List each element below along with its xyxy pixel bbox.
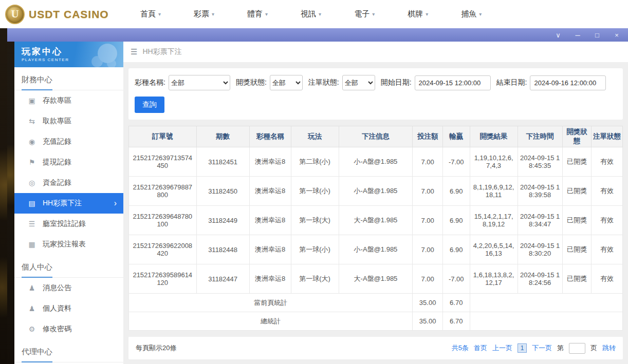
- chevron-down-icon: ▾: [265, 11, 268, 17]
- filter-select-bet-status[interactable]: 全部: [342, 75, 375, 90]
- sidebar: 玩家中心 PLAYERS CENTER 財務中心▣存款專區⇆取款專區◉充值記錄⚑…: [14, 42, 123, 364]
- nav-item[interactable]: 棋牌▾: [408, 9, 428, 19]
- table-cell: 澳洲幸运8: [249, 147, 291, 177]
- table-row: 215217263962200842031182448澳洲幸运8第一球(小)小-…: [129, 235, 623, 264]
- column-header: 開獎結果: [470, 126, 518, 147]
- current-page[interactable]: 1: [518, 343, 527, 353]
- column-header: 訂單號: [129, 126, 197, 147]
- next-page-link[interactable]: 下一页: [532, 343, 552, 353]
- table-cell: -7.00: [442, 147, 470, 177]
- sidebar-item-recharge-records[interactable]: ◉充值記錄: [14, 131, 123, 152]
- table-row: 215217263971357445031182451澳洲幸运8第二球(小)小-…: [129, 147, 623, 177]
- filter-select-lottery-name[interactable]: 全部: [169, 75, 230, 90]
- nav-item[interactable]: 捕魚▾: [461, 9, 482, 19]
- menu-icon[interactable]: ☰: [131, 47, 137, 56]
- message-icon: ♟: [28, 284, 36, 292]
- main-content: ☰ HH彩票下注 彩種名稱:全部開獎狀態:全部注單狀態:全部開始日期:結束日期:…: [123, 42, 628, 364]
- table-cell: 澳洲幸运8: [249, 177, 291, 206]
- sidebar-item-label: 存款專區: [43, 96, 71, 105]
- first-page-link[interactable]: 首页: [474, 343, 487, 353]
- summary-empty: [470, 294, 622, 312]
- sidebar-item-label: 提現記錄: [43, 158, 71, 167]
- table-cell: 2024-09-15 18:34:47: [518, 206, 562, 235]
- table-cell: 31182447: [196, 264, 249, 294]
- window-titlebar: ∨─□×: [7, 28, 628, 42]
- table-cell: 31182449: [196, 206, 249, 235]
- sidebar-section-title: 個人中心: [14, 255, 123, 278]
- sidebar-item-player-bet-report[interactable]: ▦玩家投注報表: [14, 234, 123, 255]
- sidebar-section-title: 代理中心: [14, 339, 123, 362]
- table-cell: 8,1,19,6,9,12,18,11: [470, 177, 518, 206]
- sidebar-item-change-password[interactable]: ⚙修改密碼: [14, 319, 123, 339]
- summary-winloss-total: 6.70: [442, 294, 470, 312]
- sidebar-item-funds-records[interactable]: ◎資金記錄: [14, 173, 123, 193]
- sidebar-item-label: 廳室投註記錄: [43, 219, 86, 228]
- filter-input-start-date[interactable]: [415, 75, 491, 90]
- sidebar-item-hh-lottery-bets[interactable]: ▤HH彩票下注›: [14, 193, 123, 214]
- table-cell: 2024-09-15 18:30:20: [518, 235, 562, 264]
- table-footer: 每頁顯示20條 共5条 首页 上一页 1 下一页 第 页 跳转: [128, 337, 623, 359]
- sidebar-item-withdraw-area[interactable]: ⇆取款專區: [14, 111, 123, 131]
- sidebar-item-deposit-area[interactable]: ▣存款專區: [14, 90, 123, 111]
- table-cell: 4,2,20,6,5,14,16,13: [470, 235, 518, 264]
- window-body: 玩家中心 PLAYERS CENTER 財務中心▣存款專區⇆取款專區◉充值記錄⚑…: [7, 42, 628, 364]
- search-button[interactable]: 查詢: [135, 97, 164, 113]
- table-cell: 31182448: [196, 235, 249, 264]
- table-cell: 2152172639589614120: [129, 264, 197, 294]
- table-cell: 小-A盤@1.985: [339, 177, 413, 206]
- total-count: 共5条: [452, 343, 469, 353]
- sidebar-item-hall-bet-records[interactable]: ☰廳室投註記錄: [14, 214, 123, 234]
- sidebar-item-label: 玩家投注報表: [43, 240, 86, 249]
- summary-bet-total: 35.00: [413, 312, 443, 331]
- table-cell: 有效: [592, 177, 623, 206]
- table-row: 215217263958961412031182447澳洲幸运8第一球(大)大-…: [129, 264, 623, 294]
- table-cell: 已開獎: [562, 147, 592, 177]
- sidebar-subtitle: PLAYERS CENTER: [22, 58, 123, 62]
- window-maximize-icon[interactable]: □: [593, 32, 601, 39]
- table-cell: 6.90: [442, 177, 470, 206]
- goto-page-input[interactable]: [569, 343, 585, 354]
- chevron-down-icon: ▾: [319, 11, 321, 17]
- goto-prefix: 第: [557, 343, 564, 353]
- goto-button[interactable]: 跳转: [602, 343, 616, 353]
- window-rollup-icon[interactable]: ∨: [554, 32, 562, 39]
- table-cell: 第二球(小): [291, 147, 339, 177]
- nav-item[interactable]: 視訊▾: [301, 9, 321, 19]
- nav-item-label: 彩票: [194, 9, 209, 19]
- filter-select-draw-status[interactable]: 全部: [270, 75, 303, 90]
- goto-suffix: 页: [590, 343, 597, 353]
- window-minimize-icon[interactable]: ─: [574, 32, 582, 39]
- prev-page-link[interactable]: 上一页: [492, 343, 512, 353]
- column-header: 期數: [196, 126, 249, 147]
- sidebar-item-profile[interactable]: ♟個人資料: [14, 298, 123, 319]
- nav-item-label: 棋牌: [408, 9, 423, 19]
- filter-input-end-date[interactable]: [530, 75, 606, 90]
- summary-bet-total: 35.00: [413, 294, 443, 312]
- report-icon: ▦: [28, 240, 36, 248]
- page-header: ☰ HH彩票下注: [123, 42, 628, 62]
- nav-item[interactable]: 電子▾: [354, 9, 375, 19]
- column-header: 注單狀態: [592, 126, 623, 147]
- table-cell: 有效: [592, 206, 623, 235]
- table-cell: 澳洲幸运8: [249, 264, 291, 294]
- summary-label: 總統計: [129, 312, 413, 331]
- table-cell: 15,14,2,1,17,8,19,12: [470, 206, 518, 235]
- chevron-down-icon: ▾: [426, 11, 428, 17]
- sidebar-item-label: 個人資料: [43, 304, 71, 313]
- nav-item[interactable]: 體育▾: [247, 9, 268, 19]
- table-row: 215217263967988780031182450澳洲幸运8第一球(小)小-…: [129, 177, 623, 206]
- brand[interactable]: U USDT CASINO: [0, 5, 126, 24]
- sidebar-item-messages[interactable]: ♟消息公告: [14, 278, 123, 298]
- sidebar-item-cashout-records[interactable]: ⚑提現記錄: [14, 152, 123, 173]
- window-close-icon[interactable]: ×: [613, 32, 621, 39]
- table-cell: 第一球(大): [291, 206, 339, 235]
- column-header: 玩法: [291, 126, 339, 147]
- nav-item[interactable]: 彩票▾: [194, 9, 214, 19]
- sidebar-item-label: HH彩票下注: [43, 199, 82, 208]
- funds-icon: ◎: [28, 179, 36, 187]
- sidebar-section-title: 財務中心: [14, 67, 123, 90]
- nav-item[interactable]: 首頁▾: [140, 9, 161, 19]
- nav-item-label: 體育: [247, 9, 263, 19]
- table-cell: 7.00: [413, 147, 443, 177]
- sidebar-item-label: 修改密碼: [43, 324, 71, 334]
